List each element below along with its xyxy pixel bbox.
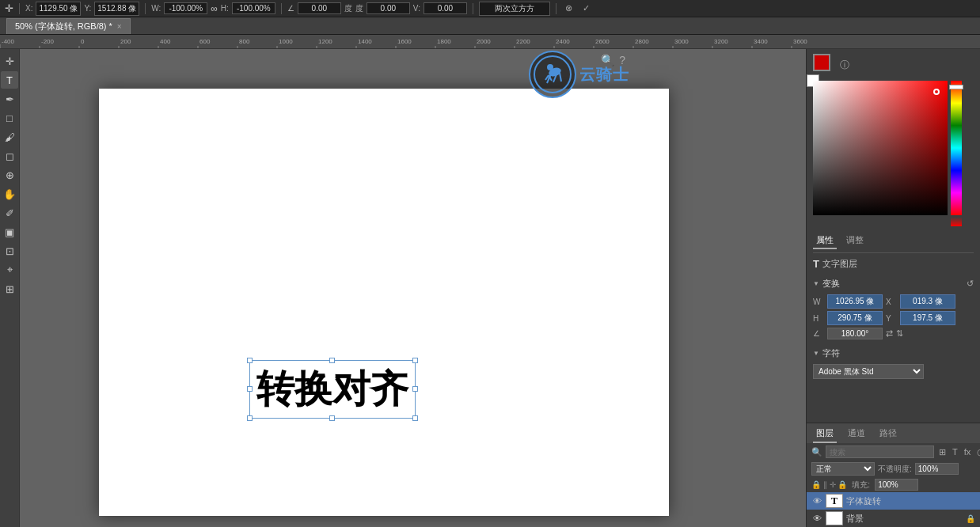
svg-text:600: 600 — [199, 38, 211, 45]
foreground-color-swatch[interactable] — [813, 54, 830, 71]
color-gradient-picker[interactable] — [813, 81, 948, 215]
svg-text:1400: 1400 — [358, 38, 372, 45]
layers-adj-icon[interactable]: ◑ — [975, 447, 980, 457]
cancel-transform-button[interactable]: ⊗ — [562, 2, 576, 16]
text-tool[interactable]: T — [1, 71, 18, 89]
h-value[interactable]: -100.00% — [232, 2, 275, 14]
eyedropper-tool[interactable]: ✐ — [1, 204, 18, 222]
layer-row-text[interactable]: 👁 T 字体旋转 — [807, 492, 980, 510]
character-section: ▼ 字符 Adobe 黑体 StdArialTimes New Roman — [813, 346, 974, 379]
reset-transform-icon[interactable]: ↺ — [967, 279, 974, 289]
properties-panel: 属性 调整 T 文字图层 ▼ 变换 ↺ — [807, 229, 980, 423]
handle-top-right[interactable] — [412, 358, 418, 363]
horizontal-ruler: -400 -200 0 200 400 600 800 1000 1200 14… — [0, 35, 980, 49]
svg-line-52 — [560, 73, 561, 82]
color-info-icon[interactable]: ⓘ — [840, 59, 849, 72]
alpha-slider[interactable] — [951, 217, 962, 226]
shape-tool[interactable]: □ — [1, 109, 18, 127]
gradient-dark-overlay — [813, 81, 948, 215]
blend-mode-select[interactable]: 正常 — [811, 462, 875, 476]
svg-text:3000: 3000 — [674, 38, 689, 45]
layer-lock-icons: 🔒 ∥ ✛ 🔒 — [811, 480, 847, 489]
transform-row-2: H 290.75 像 Y 197.5 像 — [813, 311, 974, 325]
separator5 — [556, 3, 556, 14]
angle-label: 度 — [344, 3, 352, 14]
eraser-tool[interactable]: ◻ — [1, 147, 18, 165]
layer-visibility-text[interactable]: 👁 — [811, 495, 822, 506]
char-label: 字符 — [822, 347, 840, 359]
tab-layers[interactable]: 图层 — [813, 425, 837, 443]
h-prop-input[interactable]: 290.75 像 — [827, 311, 883, 325]
layers-search-icon: 🔍 — [811, 447, 822, 457]
layer-row-background[interactable]: 👁 背景 🔒 — [807, 510, 980, 527]
separator3 — [281, 3, 282, 14]
tab-properties[interactable]: 属性 — [813, 233, 837, 249]
tab-paths[interactable]: 路径 — [876, 425, 900, 443]
v-value[interactable]: 0.00 — [424, 2, 467, 14]
layers-filter-icon[interactable]: ⊞ — [937, 447, 948, 457]
tab-adjustments[interactable]: 调整 — [843, 233, 867, 249]
tab-close-button[interactable]: × — [117, 22, 122, 31]
svg-text:-400: -400 — [2, 38, 15, 45]
lasso-tool[interactable]: ⌖ — [1, 261, 18, 279]
tab-bar: 50% (字体旋转, RGB/8) * × — [0, 17, 980, 35]
x-label: X: — [25, 4, 32, 13]
handle-bottom-left[interactable] — [247, 415, 253, 421]
rotation-icon: ∠ — [813, 329, 824, 338]
rotation-input[interactable]: 180.00° — [827, 328, 883, 339]
move-tool[interactable]: ✛ — [1, 52, 18, 70]
x-value[interactable]: 1129.50 像 — [36, 2, 81, 16]
handle-bottom-center[interactable] — [329, 415, 335, 421]
w-prop-input[interactable]: 1026.95 像 — [827, 294, 883, 309]
crop-tool[interactable]: ⊡ — [1, 242, 18, 260]
tool-icon: ✛ — [5, 2, 13, 14]
y-prop-input[interactable]: 197.5 像 — [900, 311, 955, 325]
zoom-tool[interactable]: ⊕ — [1, 166, 18, 184]
h2-label: 度 — [355, 3, 363, 14]
handle-middle-left[interactable] — [247, 386, 253, 392]
brush-tool[interactable]: 🖌 — [1, 128, 18, 146]
char-chevron: ▼ — [813, 350, 819, 357]
svg-text:-200: -200 — [41, 38, 55, 45]
flip-h-icon[interactable]: ⇄ — [886, 328, 893, 339]
watermark-circle — [529, 51, 576, 98]
confirm-transform-button[interactable]: ✓ — [579, 2, 594, 16]
x-prop-label: X — [886, 298, 897, 306]
layers-fx-icon[interactable]: fx — [963, 447, 973, 457]
canvas-area[interactable]: 转换对齐 云骑士 — [20, 49, 806, 527]
opacity-label: 不透明度: — [878, 464, 912, 475]
layers-search-input[interactable] — [826, 445, 934, 458]
handle-bottom-right[interactable] — [412, 415, 418, 421]
text-layer-content[interactable]: 转换对齐 — [249, 360, 416, 419]
w-value[interactable]: -100.00% — [164, 2, 207, 14]
layer-visibility-bg[interactable]: 👁 — [811, 513, 822, 524]
svg-text:2600: 2600 — [595, 38, 610, 45]
hand-tool[interactable]: ✋ — [1, 185, 18, 203]
layers-controls-2: 🔒 ∥ ✛ 🔒 填充: 100% — [807, 477, 980, 492]
handle-top-left[interactable] — [247, 358, 253, 363]
font-row: Adobe 黑体 StdArialTimes New Roman — [813, 364, 974, 379]
marquee-tool[interactable]: ⊞ — [1, 280, 18, 298]
gradient-tool[interactable]: ▣ — [1, 223, 18, 241]
x-prop-input[interactable]: 019.3 像 — [900, 294, 955, 309]
angle-value[interactable]: 0.00 — [298, 2, 341, 14]
main-layout: ✛ T ✒ □ 🖌 ◻ ⊕ ✋ ✐ ▣ ⊡ ⌖ ⊞ — [0, 49, 980, 527]
handle-middle-right[interactable] — [412, 386, 418, 392]
tab-channels[interactable]: 通道 — [845, 425, 868, 443]
opacity-value[interactable]: 100% — [915, 463, 959, 475]
layers-type-icon[interactable]: T — [951, 447, 959, 457]
v-label: V: — [413, 4, 420, 13]
hue-slider[interactable] — [951, 81, 962, 215]
h2-value[interactable]: 0.00 — [367, 2, 410, 14]
pen-tool[interactable]: ✒ — [1, 90, 18, 108]
document-tab[interactable]: 50% (字体旋转, RGB/8) * × — [6, 18, 131, 34]
flip-v-icon[interactable]: ⇅ — [896, 328, 903, 339]
link-icon: ∞ — [211, 3, 218, 14]
interpolation-select[interactable]: 两次立方方 — [479, 2, 550, 16]
svg-text:800: 800 — [239, 38, 250, 45]
handle-top-center[interactable] — [329, 358, 335, 363]
fill-value[interactable]: 100% — [875, 479, 918, 491]
y-value[interactable]: 1512.88 像 — [94, 2, 139, 16]
font-family-select[interactable]: Adobe 黑体 StdArialTimes New Roman — [813, 364, 924, 379]
separator2 — [145, 3, 146, 14]
